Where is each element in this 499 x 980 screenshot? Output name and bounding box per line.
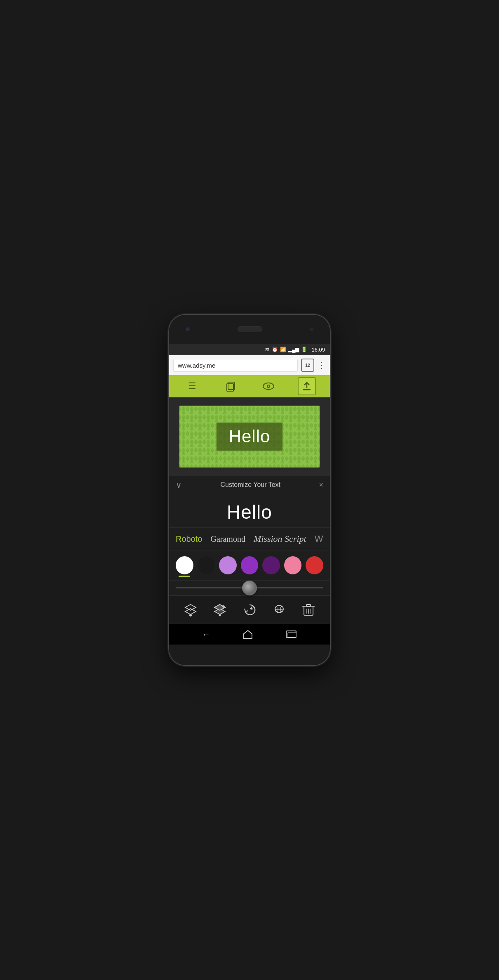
svg-marker-9 xyxy=(185,609,196,614)
svg-marker-8 xyxy=(185,605,196,610)
reset-icon xyxy=(242,603,257,617)
android-nav-bar: ← xyxy=(169,624,330,645)
panel-title: Customize Your Text xyxy=(220,481,280,489)
customize-panel: ∨ Customize Your Text × Hello Roboto Gar… xyxy=(169,476,330,624)
text-preview-section: Hello xyxy=(169,494,330,528)
preview-button[interactable] xyxy=(259,377,278,395)
browser-menu-button[interactable]: ⋮ xyxy=(318,361,326,369)
effects-button[interactable] xyxy=(211,601,229,619)
status-time: 16:09 xyxy=(311,347,325,353)
phone-bottom-bezel xyxy=(169,645,330,665)
svg-point-4 xyxy=(268,385,269,387)
delete-button[interactable] xyxy=(299,601,318,619)
color-red[interactable] xyxy=(306,556,323,574)
upload-icon xyxy=(301,380,313,392)
camera-dot xyxy=(186,327,190,331)
brain-icon xyxy=(272,603,286,617)
svg-rect-27 xyxy=(306,605,311,607)
layers-tool-button[interactable] xyxy=(181,601,200,619)
svg-point-20 xyxy=(250,608,251,609)
color-pink[interactable] xyxy=(284,556,302,574)
color-dark-purple[interactable] xyxy=(262,556,280,574)
color-selector xyxy=(169,550,330,581)
font-garamond[interactable]: Garamond xyxy=(211,534,245,544)
phone-frame: ⯹ ⏰ 📶 ▂▄▆ 🔋 16:09 www.adsy.me 12 ⋮ ☰ xyxy=(169,315,330,665)
svg-point-14 xyxy=(219,614,221,616)
font-w[interactable]: W xyxy=(315,534,323,544)
size-slider-row xyxy=(169,581,330,595)
phone-top-bezel xyxy=(169,315,330,344)
recents-button[interactable] xyxy=(285,630,297,638)
browser-bar: www.adsy.me 12 ⋮ xyxy=(169,355,330,375)
home-button[interactable] xyxy=(243,630,253,639)
canvas-text-box[interactable]: Hello xyxy=(217,423,283,451)
battery-icon: 🔋 xyxy=(301,347,307,352)
hamburger-icon: ☰ xyxy=(188,381,196,392)
app-toolbar: ☰ xyxy=(169,375,330,397)
url-bar[interactable]: www.adsy.me xyxy=(173,359,298,372)
reset-button[interactable] xyxy=(240,601,259,619)
color-white[interactable] xyxy=(176,556,193,574)
canvas-area: Hello xyxy=(169,397,330,476)
eye-icon xyxy=(262,382,275,391)
svg-marker-31 xyxy=(244,631,252,638)
menu-button[interactable]: ☰ xyxy=(183,377,201,395)
font-mission-script[interactable]: Mission Script xyxy=(254,534,306,544)
status-icons: ⯹ ⏰ 📶 ▂▄▆ 🔋 xyxy=(265,347,308,352)
color-light-purple[interactable] xyxy=(219,556,237,574)
front-camera xyxy=(310,328,313,331)
color-black[interactable] xyxy=(198,556,215,574)
trash-icon xyxy=(302,603,315,617)
speaker-grill xyxy=(238,326,262,332)
close-icon[interactable]: × xyxy=(319,481,323,489)
preview-text[interactable]: Hello xyxy=(227,501,272,523)
signal-icon: ▂▄▆ xyxy=(288,347,299,352)
tab-count[interactable]: 12 xyxy=(301,359,314,372)
sparkle-icon xyxy=(213,603,227,617)
alarm-icon: ⏰ xyxy=(272,347,278,352)
font-selector: Roboto Garamond Mission Script W xyxy=(169,528,330,550)
layers-icon xyxy=(225,380,236,392)
ai-button[interactable] xyxy=(270,601,288,619)
back-button[interactable]: ← xyxy=(202,630,210,639)
wifi-icon: 📶 xyxy=(280,347,286,352)
layers-button[interactable] xyxy=(221,377,240,395)
panel-header: ∨ Customize Your Text × xyxy=(169,476,330,494)
svg-point-10 xyxy=(189,614,192,616)
design-canvas[interactable]: Hello xyxy=(179,406,320,468)
chevron-down-icon[interactable]: ∨ xyxy=(176,480,182,490)
color-purple[interactable] xyxy=(241,556,259,574)
size-slider-track[interactable] xyxy=(176,587,323,588)
size-slider-thumb[interactable] xyxy=(242,581,257,595)
bluetooth-icon: ⯹ xyxy=(265,347,270,352)
status-bar: ⯹ ⏰ 📶 ▂▄▆ 🔋 16:09 xyxy=(169,344,330,355)
font-roboto[interactable]: Roboto xyxy=(176,534,202,544)
layers-tool-icon xyxy=(184,603,198,617)
upload-button[interactable] xyxy=(298,377,316,395)
bottom-toolbar xyxy=(169,595,330,624)
svg-rect-6 xyxy=(303,389,311,390)
canvas-hello-text: Hello xyxy=(229,427,271,446)
